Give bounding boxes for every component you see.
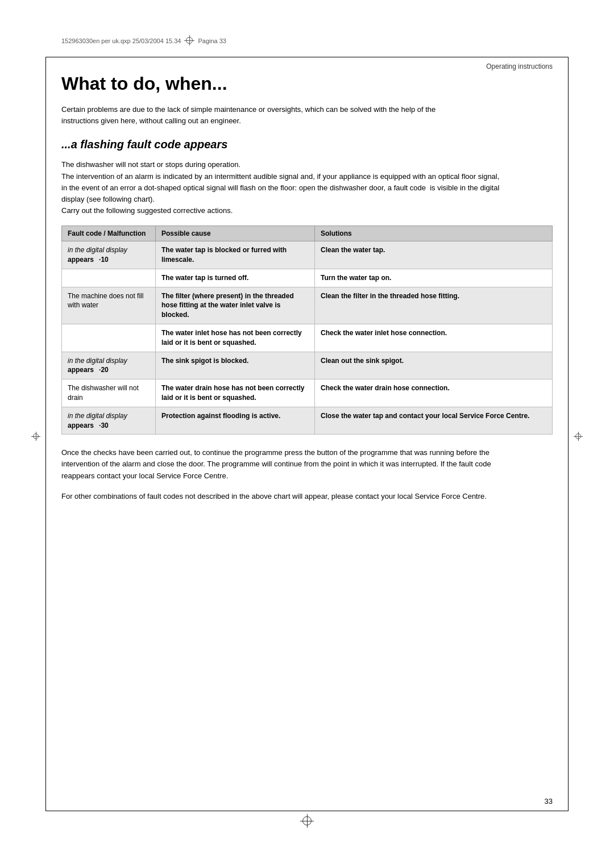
appears-code-5: appears ·20 bbox=[68, 366, 109, 374]
solution-cell-4: Check the water inlet hose connection. bbox=[315, 324, 553, 352]
appears-code-7: appears ·30 bbox=[68, 422, 109, 429]
display-label-5: in the digital display bbox=[68, 357, 127, 365]
cause-cell-1: The water tap is blocked or furred with … bbox=[156, 241, 315, 269]
right-margin-line bbox=[568, 57, 569, 811]
sub-desc-6: The dishwasher will not drain bbox=[68, 384, 139, 402]
section-heading: ...a flashing fault code appears bbox=[61, 138, 553, 151]
cause-cell-5: The sink spigot is blocked. bbox=[156, 352, 315, 379]
page-number: 33 bbox=[545, 797, 553, 806]
crosshair-left-icon bbox=[31, 432, 40, 441]
page: 152963030en per uk.qxp 25/03/2004 15.34 … bbox=[0, 0, 614, 868]
sub-desc-3: The machine does not fill with water bbox=[68, 292, 143, 310]
meta-crosshair bbox=[183, 35, 196, 47]
table-row: in the digital display appears ·30 Prote… bbox=[62, 407, 553, 435]
solution-cell-3: Clean the filter in the threaded hose fi… bbox=[315, 287, 553, 324]
left-margin-line bbox=[45, 57, 46, 811]
col-possible-cause: Possible cause bbox=[156, 226, 315, 241]
solution-cell-5: Clean out the sink spigot. bbox=[315, 352, 553, 379]
solution-cell-1: Clean the water tap. bbox=[315, 241, 553, 269]
crosshair-icon bbox=[184, 35, 194, 45]
bottom-crosshair bbox=[300, 814, 314, 829]
table-row: The machine does not fill with water The… bbox=[62, 287, 553, 324]
solution-cell-6: Check the water drain hose connection. bbox=[315, 379, 553, 407]
cause-cell-4: The water inlet hose has not been correc… bbox=[156, 324, 315, 352]
fault-table: Fault code / Malfunction Possible cause … bbox=[61, 226, 553, 435]
display-label-1: in the digital display bbox=[68, 246, 127, 254]
fault-code-cell-6: The dishwasher will not drain bbox=[62, 379, 156, 407]
file-info: 152963030en per uk.qxp 25/03/2004 15.34 bbox=[61, 37, 181, 44]
fault-code-cell-1: in the digital display appears ·10 bbox=[62, 241, 156, 269]
fault-code-cell-4 bbox=[62, 324, 156, 352]
cause-cell-6: The water drain hose has not been correc… bbox=[156, 379, 315, 407]
cause-cell-3: The filter (where present) in the thread… bbox=[156, 287, 315, 324]
intro-paragraph: Certain problems are due to the lack of … bbox=[61, 104, 448, 127]
table-row: in the digital display appears ·10 The w… bbox=[62, 241, 553, 269]
table-row: The dishwasher will not drain The water … bbox=[62, 379, 553, 407]
fault-code-cell-2 bbox=[62, 269, 156, 287]
bottom-text-2: For other combinations of fault codes no… bbox=[61, 491, 505, 502]
table-row: The water inlet hose has not been correc… bbox=[62, 324, 553, 352]
crosshair-right-icon bbox=[574, 432, 583, 441]
section-description: The dishwasher will not start or stops d… bbox=[61, 159, 505, 216]
left-crosshair-marker bbox=[31, 432, 40, 443]
right-crosshair-marker bbox=[574, 432, 583, 443]
top-rule bbox=[45, 57, 569, 57]
appears-code-1: appears ·10 bbox=[68, 256, 109, 264]
section-desc-text: The dishwasher will not start or stops d… bbox=[61, 159, 505, 216]
cause-cell-7: Protection against flooding is active. bbox=[156, 407, 315, 435]
display-label-7: in the digital display bbox=[68, 412, 127, 420]
fault-code-cell-5: in the digital display appears ·20 bbox=[62, 352, 156, 379]
solution-cell-7: Close the water tap and contact your loc… bbox=[315, 407, 553, 435]
page-title: What to do, when... bbox=[61, 74, 553, 94]
bottom-text-1: Once the checks have been carried out, t… bbox=[61, 447, 505, 481]
crosshair-bottom-icon bbox=[300, 814, 314, 828]
col-fault-code: Fault code / Malfunction bbox=[62, 226, 156, 241]
solution-cell-2: Turn the water tap on. bbox=[315, 269, 553, 287]
fault-code-cell-7: in the digital display appears ·30 bbox=[62, 407, 156, 435]
table-row: The water tap is turned off. Turn the wa… bbox=[62, 269, 553, 287]
page-ref: Pagina 33 bbox=[198, 37, 226, 44]
header-label: Operating instructions bbox=[486, 62, 553, 70]
fault-code-cell-3: The machine does not fill with water bbox=[62, 287, 156, 324]
cause-cell-2: The water tap is turned off. bbox=[156, 269, 315, 287]
bottom-rule bbox=[45, 811, 569, 811]
meta-line: 152963030en per uk.qxp 25/03/2004 15.34 … bbox=[61, 35, 226, 47]
table-header-row: Fault code / Malfunction Possible cause … bbox=[62, 226, 553, 241]
main-content: What to do, when... Certain problems are… bbox=[61, 74, 553, 511]
table-row: in the digital display appears ·20 The s… bbox=[62, 352, 553, 379]
col-solutions: Solutions bbox=[315, 226, 553, 241]
